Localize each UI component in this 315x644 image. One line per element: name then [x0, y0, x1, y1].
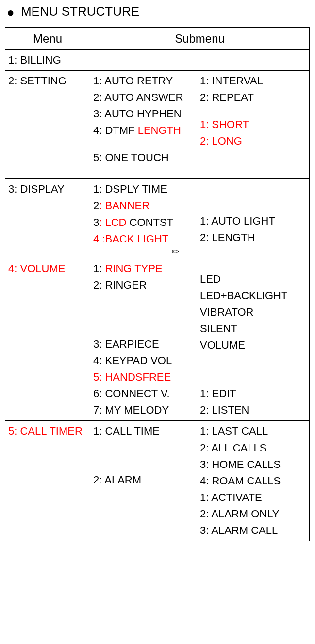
option-cell: LED LED+BACKLIGHT VIBRATOR SILENT VOLUME… [197, 258, 310, 421]
list-item: 2: LONG [200, 133, 306, 149]
list-item: 2: RINGER [93, 277, 194, 293]
list-item: 2: ALL CALLS [200, 440, 306, 456]
submenu-cell [90, 49, 197, 70]
menu-structure-table: Menu Submenu 1: BILLING 2: SETTING 1: AU… [5, 27, 310, 541]
page-title: ● MENU STRUCTURE [7, 4, 310, 20]
list-item: VOLUME [200, 337, 306, 354]
submenu-cell: 1: CALL TIME 2: ALARM [90, 421, 197, 541]
list-item: 1: AUTO LIGHT [200, 213, 306, 229]
menu-cell: 4: VOLUME [5, 258, 90, 421]
menu-cell: 1: BILLING [5, 49, 90, 70]
list-item: 5: ONE TOUCH [93, 149, 194, 166]
list-item: 3: HOME CALLS [200, 456, 306, 473]
list-item: 1: CALL TIME [93, 423, 194, 439]
list-item: 2: ALARM [93, 472, 194, 488]
arrow-icon: ✏ [93, 247, 194, 256]
submenu-cell: 1: DSPLY TIME 2: BANNER 3: LCD CONTST 4 … [90, 179, 197, 258]
list-item: 4: ROAM CALLS [200, 473, 306, 489]
option-cell: 1: INTERVAL 2: REPEAT 1: SHORT 2: LONG [197, 70, 310, 178]
list-item: 2: AUTO ANSWER [93, 89, 194, 106]
list-item: 3: ALARM CALL [200, 522, 306, 539]
list-item: LED+BACKLIGHT [200, 288, 306, 304]
title-text: MENU STRUCTURE [21, 4, 139, 18]
table-row: 4: VOLUME 1: RING TYPE 2: RINGER 3: EARP… [5, 258, 310, 421]
list-item: 4: DTMF LENGTH [93, 122, 194, 139]
list-item: 1: DSPLY TIME [93, 181, 194, 197]
menu-cell: 3: DISPLAY [5, 179, 90, 258]
table-row: 1: BILLING [5, 49, 310, 70]
option-cell: 1: AUTO LIGHT 2: LENGTH [197, 179, 310, 258]
list-item: 3: LCD CONTST [93, 214, 194, 231]
header-submenu: Submenu [90, 27, 310, 49]
submenu-cell: 1: RING TYPE 2: RINGER 3: EARPIECE 4: KE… [90, 258, 197, 421]
list-item: 2: BANNER [93, 197, 194, 214]
list-item: 1: SHORT [200, 116, 306, 133]
list-item: 3: EARPIECE [93, 336, 194, 353]
submenu-cell: 1: AUTO RETRY 2: AUTO ANSWER 3: AUTO HYP… [90, 70, 197, 178]
bullet-icon: ● [7, 5, 15, 20]
option-cell [197, 49, 310, 70]
header-menu: Menu [5, 27, 90, 49]
list-item: 2: LISTEN [200, 402, 306, 419]
list-item: 3: AUTO HYPHEN [93, 106, 194, 122]
list-item: 2: ALARM ONLY [200, 506, 306, 522]
list-item: 6: CONNECT V. [93, 386, 194, 402]
list-item: 5: HANDSFREE [93, 369, 194, 386]
table-row: 3: DISPLAY 1: DSPLY TIME 2: BANNER 3: LC… [5, 179, 310, 258]
list-item: 1: INTERVAL [200, 73, 306, 89]
list-item: LED [200, 271, 306, 288]
table-row: 5: CALL TIMER 1: CALL TIME 2: ALARM 1: L… [5, 421, 310, 541]
list-item: 1: RING TYPE [93, 260, 194, 277]
list-item: 1: AUTO RETRY [93, 73, 194, 89]
list-item: 1: LAST CALL [200, 423, 306, 439]
list-item: SILENT [200, 321, 306, 337]
list-item: 4: KEYPAD VOL [93, 353, 194, 369]
list-item: VIBRATOR [200, 304, 306, 321]
menu-cell: 5: CALL TIMER [5, 421, 90, 541]
list-item: 2: LENGTH [200, 229, 306, 246]
list-item: 7: MY MELODY [93, 402, 194, 419]
table-row: 2: SETTING 1: AUTO RETRY 2: AUTO ANSWER … [5, 70, 310, 178]
list-item: 1: ACTIVATE [200, 489, 306, 506]
menu-cell: 2: SETTING [5, 70, 90, 178]
list-item: 1: EDIT [200, 386, 306, 402]
list-item: 4 :BACK LIGHT [93, 231, 194, 247]
list-item: 2: REPEAT [200, 89, 306, 106]
option-cell: 1: LAST CALL 2: ALL CALLS 3: HOME CALLS … [197, 421, 310, 541]
